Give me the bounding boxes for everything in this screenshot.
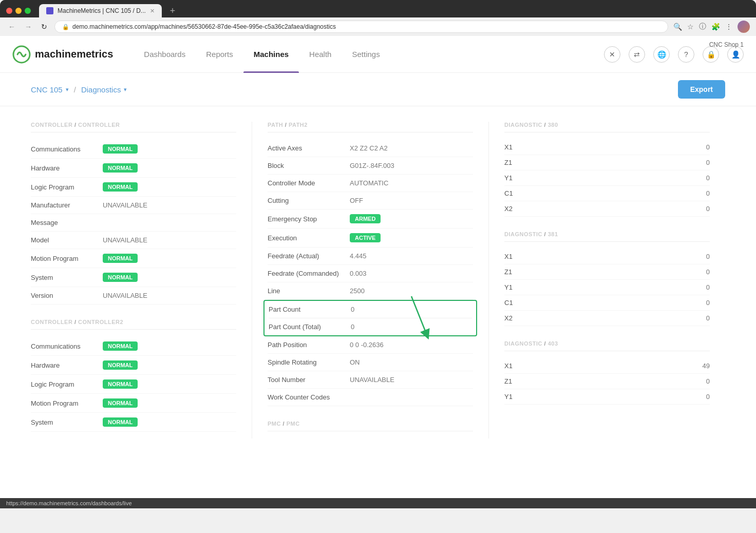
table-row: Feedrate (Commanded)0.003: [268, 265, 473, 282]
app-container: machinemetrics Dashboards Reports Machin…: [0, 36, 756, 498]
close-button[interactable]: [6, 8, 12, 14]
diagnostic-section-header: DIAGNOSTIC / 381: [504, 231, 710, 242]
row-value: UNAVAILABLE: [103, 292, 236, 299]
user-avatar[interactable]: [738, 21, 750, 33]
info-icon[interactable]: ⓘ: [699, 22, 706, 31]
diag-label: X2: [504, 205, 525, 213]
row-value: OFF: [350, 197, 473, 204]
diag-label: Y1: [504, 174, 525, 182]
row-label: Path Position: [268, 341, 350, 349]
minimize-button[interactable]: [15, 8, 22, 14]
row-label: Cutting: [268, 197, 350, 204]
logo[interactable]: machinemetrics: [12, 45, 113, 64]
table-row: CommunicationsNORMAL: [31, 140, 236, 159]
user-icon[interactable]: 👤: [727, 46, 744, 63]
controller2-rows: CommunicationsNORMALHardwareNORMALLogic …: [31, 337, 236, 432]
diag-value: 49: [703, 362, 710, 370]
lock-icon: 🔒: [62, 24, 69, 30]
table-row: Z10: [504, 155, 710, 170]
bookmark-icon[interactable]: ☆: [687, 23, 694, 31]
row-value: G01Z-.84F.003: [350, 162, 473, 169]
diag-value: 0: [706, 299, 710, 307]
table-row: Z10: [504, 374, 710, 389]
table-row: C10: [504, 295, 710, 311]
back-button[interactable]: ←: [6, 22, 17, 32]
notifications-icon[interactable]: ✕: [604, 46, 620, 63]
machine-dropdown-icon[interactable]: ▾: [66, 86, 69, 93]
row-value: 0 0 -0.2636: [350, 341, 473, 349]
diag-value: 0: [706, 143, 710, 151]
row-value: UNAVAILABLE: [350, 376, 473, 384]
tab-title: MachineMetrics | CNC 105 / D...: [58, 7, 146, 14]
diag-value: 0: [706, 189, 710, 197]
nav-health[interactable]: Health: [299, 36, 342, 73]
globe-icon[interactable]: 🌐: [653, 46, 670, 63]
nav-reports[interactable]: Reports: [196, 36, 243, 73]
row-label: Manufacturer: [31, 201, 103, 209]
tab-bar: MachineMetrics | CNC 105 / D... ✕ +: [0, 0, 756, 17]
nav-machines[interactable]: Machines: [243, 36, 299, 73]
row-value: 2500: [350, 287, 473, 295]
row-value: NORMAL: [103, 360, 138, 370]
path-header: PATH / PATH2: [268, 122, 473, 132]
url-bar[interactable]: 🔒 demo.machinemetrics.com/app/machines/5…: [54, 21, 668, 33]
maximize-button[interactable]: [25, 8, 31, 14]
tab-close-icon[interactable]: ✕: [150, 8, 155, 14]
status-url: https://demo.machinemetrics.com/dashboar…: [6, 500, 132, 506]
highlighted-group: Part Count0Part Count (Total)0: [263, 300, 477, 336]
menu-icon[interactable]: ⋮: [725, 23, 732, 31]
lock-icon[interactable]: 🔒: [703, 46, 719, 63]
diag-value: 0: [706, 314, 710, 322]
search-icon[interactable]: 🔍: [673, 23, 682, 31]
row-value: NORMAL: [103, 341, 138, 351]
nav-dashboards[interactable]: Dashboards: [134, 36, 196, 73]
diag-label: X1: [504, 253, 525, 260]
refresh-button[interactable]: ↻: [39, 22, 49, 32]
table-row: SystemNORMAL: [31, 268, 236, 287]
row-label: System: [31, 418, 103, 426]
table-row: SystemNORMAL: [31, 413, 236, 432]
row-label: Motion Program: [31, 399, 103, 407]
diagnostic-section-header: DIAGNOSTIC / 403: [504, 340, 710, 351]
export-button[interactable]: Export: [678, 80, 725, 99]
table-row: Controller ModeAUTOMATIC: [268, 175, 473, 192]
row-value: NORMAL: [103, 379, 138, 389]
row-value: 0.003: [350, 270, 473, 277]
page-dropdown-icon[interactable]: ▾: [124, 86, 127, 93]
diag-value: 0: [706, 253, 710, 260]
diag-label: Z1: [504, 377, 525, 385]
breadcrumb-machine[interactable]: CNC 105 ▾: [31, 85, 69, 94]
table-row: X20: [504, 311, 710, 326]
diag-value: 0: [706, 174, 710, 182]
row-value: NORMAL: [103, 417, 138, 427]
traffic-lights: [6, 8, 31, 14]
active-tab[interactable]: MachineMetrics | CNC 105 / D... ✕: [39, 4, 162, 17]
browser-icons: 🔍 ☆ ⓘ 🧩 ⋮: [673, 21, 750, 33]
forward-button[interactable]: →: [23, 22, 34, 32]
row-value: NORMAL: [103, 163, 138, 173]
row-label: System: [31, 274, 103, 281]
shuffle-icon[interactable]: ⇄: [629, 46, 645, 63]
row-value: NORMAL: [103, 398, 138, 408]
breadcrumb-bar: CNC 105 ▾ / Diagnostics ▾ Export: [0, 73, 756, 106]
help-icon[interactable]: ?: [678, 46, 694, 63]
nav-icons: ✕ ⇄ 🌐 ? 🔒 👤: [604, 46, 744, 63]
extensions-icon[interactable]: 🧩: [711, 23, 720, 31]
table-row: Spindle RotatingON: [268, 354, 473, 371]
new-tab-button[interactable]: +: [166, 6, 180, 16]
table-row: BlockG01Z-.84F.003: [268, 157, 473, 175]
table-row: Z10: [504, 264, 710, 280]
row-value: UNAVAILABLE: [103, 236, 236, 244]
nav-links: Dashboards Reports Machines Health Setti…: [134, 36, 604, 73]
path-column: PATH / PATH2 Active AxesX2 Z2 C2 A2Block…: [268, 122, 489, 439]
table-row: Emergency StopARMED: [268, 210, 473, 229]
row-value: UNAVAILABLE: [103, 201, 236, 209]
table-row: HardwareNORMAL: [31, 159, 236, 178]
table-row: Y10: [504, 170, 710, 186]
logo-icon: [12, 45, 31, 64]
diag-label: Y1: [504, 283, 525, 291]
nav-settings[interactable]: Settings: [342, 36, 390, 73]
table-row: Y10: [504, 389, 710, 405]
breadcrumb-page[interactable]: Diagnostics ▾: [81, 85, 127, 94]
table-row: Line2500: [268, 282, 473, 300]
